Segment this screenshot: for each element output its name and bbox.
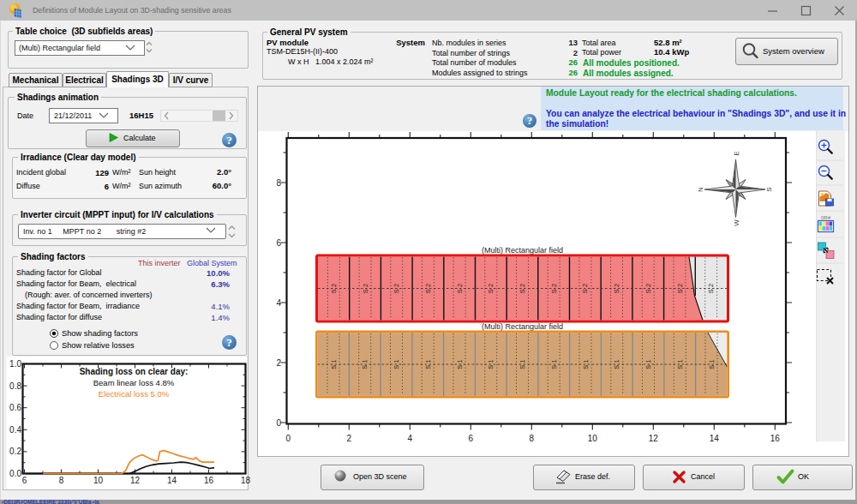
svg-text:0.0: 0.0 <box>9 469 21 478</box>
svg-text:14: 14 <box>167 476 177 485</box>
svg-text:Electrical loss 5.0%: Electrical loss 5.0% <box>99 389 170 399</box>
svg-text:1.0: 1.0 <box>9 359 21 369</box>
svg-text:0.6: 0.6 <box>9 403 21 412</box>
svg-text:S: S <box>765 187 773 191</box>
svg-text:6: 6 <box>469 434 474 443</box>
svg-text:8: 8 <box>530 434 535 443</box>
svg-text:2: 2 <box>347 434 352 443</box>
svg-text:4: 4 <box>408 434 413 443</box>
svg-text:Shading loss on clear day:: Shading loss on clear day: <box>80 367 189 376</box>
svg-text:10: 10 <box>588 434 598 443</box>
svg-text:8: 8 <box>276 178 281 188</box>
svg-text:18: 18 <box>241 476 251 485</box>
svg-text:0.2: 0.2 <box>9 447 21 456</box>
svg-text:(Multi) Rectangular field: (Multi) Rectangular field <box>482 246 563 255</box>
svg-text:(Multi) Rectangular field: (Multi) Rectangular field <box>482 322 563 331</box>
svg-text:4: 4 <box>276 298 281 308</box>
svg-text:8: 8 <box>59 476 64 485</box>
svg-text:?: ? <box>526 115 531 127</box>
svg-text:?: ? <box>226 335 232 348</box>
svg-text:12: 12 <box>649 434 659 443</box>
svg-text:N: N <box>697 187 704 192</box>
svg-text:16: 16 <box>204 476 214 485</box>
svg-text:6: 6 <box>22 476 27 485</box>
svg-text:0: 0 <box>286 434 291 443</box>
svg-text:W: W <box>733 219 740 226</box>
svg-text:0R#: 0R# <box>821 215 831 220</box>
svg-text:12: 12 <box>130 476 141 485</box>
svg-text:E: E <box>733 151 740 155</box>
svg-text:10: 10 <box>93 476 104 485</box>
svg-text:0.8: 0.8 <box>9 381 21 391</box>
svg-text:14: 14 <box>710 434 720 443</box>
svg-text:0: 0 <box>276 418 281 428</box>
svg-text:16: 16 <box>770 434 781 443</box>
svg-text:2: 2 <box>276 358 281 368</box>
svg-text:Beam linear loss 4.8%: Beam linear loss 4.8% <box>93 378 175 387</box>
svg-text:?: ? <box>226 134 232 147</box>
svg-text:0.4: 0.4 <box>9 425 21 435</box>
svg-text:6: 6 <box>276 238 281 248</box>
